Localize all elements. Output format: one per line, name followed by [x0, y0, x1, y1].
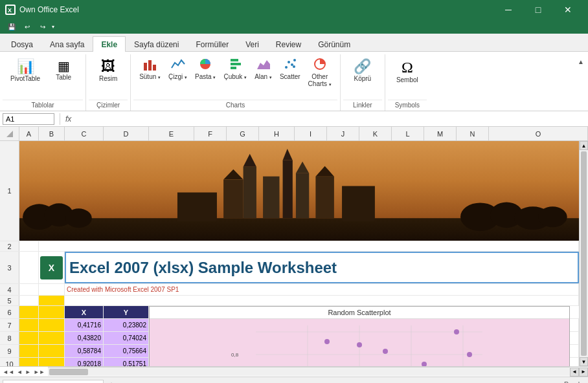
col-header-d[interactable]: D [104, 127, 149, 140]
cell-5a[interactable] [19, 296, 39, 305]
col-header-l[interactable]: L [392, 127, 424, 140]
sembol-btn[interactable]: Ω Sembol [390, 56, 424, 88]
col-header-g[interactable]: G [227, 127, 259, 140]
cell-8-x[interactable]: 0,43820 [65, 332, 104, 344]
table-btn[interactable]: ▦ Table [47, 56, 80, 85]
scroll-thumb-v[interactable] [581, 151, 587, 356]
scroll-up-btn[interactable]: ▲ [580, 141, 588, 150]
pasta-label: Pasta ▾ [195, 73, 216, 80]
resim-btn[interactable]: 🖼 Resim [91, 56, 125, 87]
maximize-btn[interactable]: □ [523, 0, 553, 19]
col-header-f[interactable]: F [194, 127, 227, 140]
cell-8b[interactable] [39, 332, 65, 344]
sembol-icon: Ω [401, 60, 413, 75]
cell-5b[interactable] [39, 296, 65, 305]
col-header-n[interactable]: N [457, 127, 489, 140]
scatter-btn[interactable]: Scatter [277, 56, 304, 82]
other-charts-btn[interactable]: OtherCharts ▾ [305, 56, 335, 89]
col-header-h[interactable]: H [259, 127, 295, 140]
horizontal-scrollbar[interactable] [48, 367, 571, 376]
tab-veri[interactable]: Veri [237, 36, 267, 52]
scroll-left-btn[interactable]: ◄ [570, 367, 579, 377]
cell-2b[interactable] [39, 241, 579, 251]
cell-7b[interactable] [39, 319, 65, 331]
col-header-j[interactable]: J [327, 127, 359, 140]
scroll-thumb-h[interactable] [49, 369, 88, 375]
cell-3-title[interactable]: Excel 2007 (xlsx) Sample Worksheet [65, 252, 579, 283]
tab-anasayfa[interactable]: Ana sayfa [41, 36, 93, 52]
col-header-k[interactable]: K [359, 127, 392, 140]
cell-9b[interactable] [39, 345, 65, 357]
col-header-m[interactable]: M [424, 127, 457, 140]
sutun-btn[interactable]: Sütun ▾ [136, 56, 164, 82]
cell-10-y[interactable]: 0,51751 [104, 358, 149, 366]
name-box[interactable]: A1 [3, 113, 54, 125]
sheet-tab-1[interactable]: Smile You Can Read Me ! [3, 380, 104, 383]
minimize-btn[interactable]: ─ [493, 0, 523, 19]
tab-gorunum[interactable]: Görünüm [310, 36, 359, 52]
col-header-a[interactable]: A [19, 127, 39, 140]
cell-8-y[interactable]: 0,74024 [104, 332, 149, 344]
pasta-btn[interactable]: Pasta ▾ [192, 56, 219, 82]
scroll-right-btn[interactable]: ► [579, 367, 588, 377]
close-btn[interactable]: ✕ [553, 0, 583, 19]
cell-10a[interactable] [19, 358, 39, 366]
tab-sayfaduzeni[interactable]: Sayfa düzeni [126, 36, 187, 52]
cell-6a[interactable] [19, 306, 39, 318]
qa-save-btn[interactable]: 💾 [5, 20, 18, 33]
svg-point-12 [291, 63, 293, 66]
vertical-scrollbar[interactable]: ▲ ▼ [579, 141, 588, 366]
pivottable-btn[interactable]: 📊 PivotTable [5, 56, 45, 87]
qa-redo-btn[interactable]: ↪ [36, 20, 49, 33]
cell-7-y[interactable]: 0,23802 [104, 319, 149, 331]
cell-4b[interactable] [39, 284, 65, 295]
cell-10-x[interactable]: 0,92018 [65, 358, 104, 366]
col-header-b[interactable]: B [39, 127, 65, 140]
tab-dosya[interactable]: Dosya [3, 36, 41, 52]
kopru-btn[interactable]: 🔗 Köprü [346, 56, 379, 87]
cubuk-btn[interactable]: Çubuk ▾ [220, 56, 250, 82]
cell-6-x[interactable]: X [65, 306, 104, 318]
cizgi-label: Çizgi ▾ [168, 73, 187, 80]
cell-3b[interactable]: X [39, 252, 65, 283]
svg-rect-24 [283, 160, 293, 218]
cell-8a[interactable] [19, 332, 39, 344]
formula-input[interactable] [74, 115, 585, 123]
sheet-nav-next[interactable]: ► [24, 369, 32, 375]
sheet-nav-last[interactable]: ►► [32, 369, 47, 375]
col-header-o[interactable]: O [489, 127, 588, 140]
cell-9-y[interactable]: 0,75664 [104, 345, 149, 357]
cell-5c[interactable] [65, 296, 579, 305]
scroll-down-btn[interactable]: ▼ [580, 357, 588, 366]
cell-7a[interactable] [19, 319, 39, 331]
qa-undo-btn[interactable]: ↩ [21, 20, 34, 33]
worksheet-subtitle: Created with Microsoft Excel 2007 SP1 [67, 286, 179, 293]
add-sheet-btn[interactable]: + [104, 378, 119, 383]
cizgi-btn[interactable]: Çizgi ▾ [165, 56, 190, 82]
tab-ekle[interactable]: Ekle [93, 36, 126, 52]
group-cizimler: 🖼 Resim Çizimler [86, 54, 131, 111]
table-label: Table [56, 74, 71, 82]
cell-7-x[interactable]: 0,41716 [65, 319, 104, 331]
tab-review[interactable]: Review [267, 36, 310, 52]
svg-marker-16 [6, 131, 13, 137]
cell-9-x[interactable]: 0,58784 [65, 345, 104, 357]
cell-9a[interactable] [19, 345, 39, 357]
tab-formueller[interactable]: Formüller [187, 36, 237, 52]
cell-4a[interactable] [19, 284, 39, 295]
col-header-c[interactable]: C [65, 127, 104, 140]
cell-2a[interactable] [19, 241, 39, 251]
cell-10b[interactable] [39, 358, 65, 366]
alan-btn[interactable]: Alan ▾ [251, 56, 275, 82]
cell-3a[interactable] [19, 252, 39, 283]
col-header-e[interactable]: E [149, 127, 194, 140]
sheet-nav-first[interactable]: ◄◄ [1, 369, 16, 375]
ribbon-collapse-btn[interactable]: ▲ [576, 57, 585, 67]
cell-6-y[interactable]: Y [104, 306, 149, 318]
qa-dropdown[interactable]: ▾ [52, 24, 54, 30]
group-charts-label: Charts [133, 100, 337, 111]
cell-6b[interactable] [39, 306, 65, 318]
sheet-nav-prev[interactable]: ◄ [16, 369, 24, 375]
col-header-i[interactable]: I [295, 127, 327, 140]
cell-4-subtitle[interactable]: Created with Microsoft Excel 2007 SP1 [65, 284, 579, 295]
